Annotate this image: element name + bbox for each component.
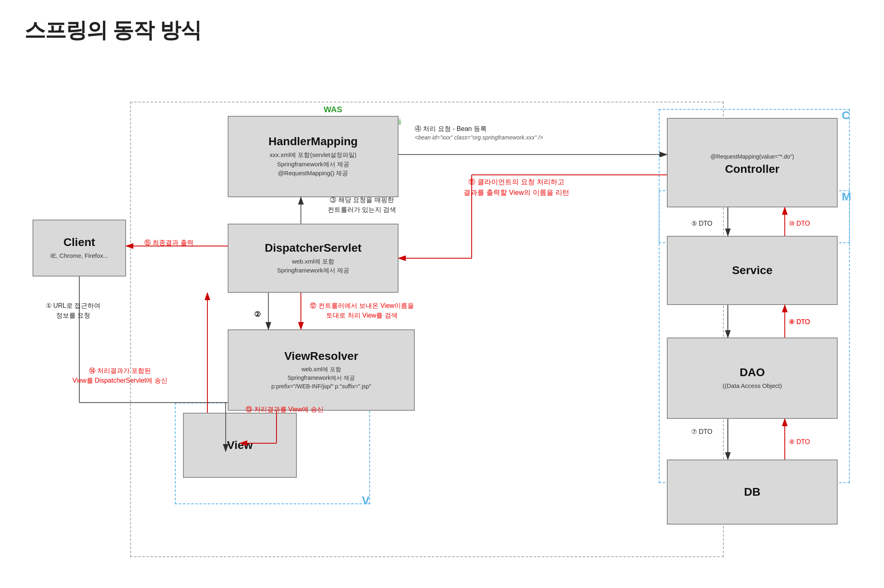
step15-label: ⑮ 최종결과 출력 — [144, 238, 194, 248]
step11-label: ⑪ 클라이언트의 요청 처리하고 결과를 출력할 View의 이름을 리턴 — [415, 177, 618, 198]
step12-label: ⑫ 컨트롤러에서 보내온 View이름을 토대로 처리 View를 검색 — [281, 301, 443, 320]
db-box: DB — [667, 460, 838, 525]
diagram-area: WAS (Web Application Server) jsp를 _jsp.j… — [24, 61, 862, 581]
step14-label: ⑭ 처리결과가 포함된 View를 DispatcherServlet에 송신 — [49, 366, 191, 385]
view-box: View — [183, 413, 297, 478]
step8-label: ⑧ DTO — [789, 437, 810, 447]
step10-label: ⑩ DTO — [789, 219, 810, 229]
service-box: Service — [667, 236, 838, 305]
step4-sub-label: <bean id="xxx" class="org.springframewor… — [415, 133, 543, 142]
step5-label: ⑤ DTO — [691, 219, 712, 229]
step7-label: ⑦ DTO — [691, 427, 712, 437]
step13-label: ⑬ 처리결과를 View에 송신 — [220, 405, 350, 414]
mvc-v-label: V — [362, 494, 370, 507]
mvc-m-area — [659, 190, 850, 483]
step1-label: ① URL로 접근하여 정보를 요청 — [33, 301, 114, 320]
view-resolver-box: ViewResolver web.xml에 포함 Springframework… — [228, 329, 415, 411]
client-box: Client IE, Chrome, Firefox... — [33, 220, 126, 277]
controller-box: @RequestMapping(value="*.do") Controller — [667, 118, 838, 207]
dao-box: DAO ((Data Access Object) — [667, 338, 838, 419]
step4-label: ④ 처리 요청 - Bean 등록 — [415, 124, 487, 134]
step2-label: ② — [254, 309, 261, 320]
handler-mapping-box: HandlerMapping xxx.xml에 포함(servlet설정파일) … — [228, 116, 398, 197]
step3-label: ③ 해당 요청을 매핑한 컨트롤러가 있는지 검색 — [305, 195, 419, 215]
mvc-c-label: C — [842, 109, 850, 122]
dispatcher-servlet-box: DispatcherServlet web.xml에 포함 Springfram… — [228, 224, 398, 293]
page-title: 스프링의 동작 방식 — [24, 16, 860, 45]
mvc-m-label: M — [842, 190, 851, 203]
step9b-label: ⑨ DTO — [789, 317, 810, 327]
